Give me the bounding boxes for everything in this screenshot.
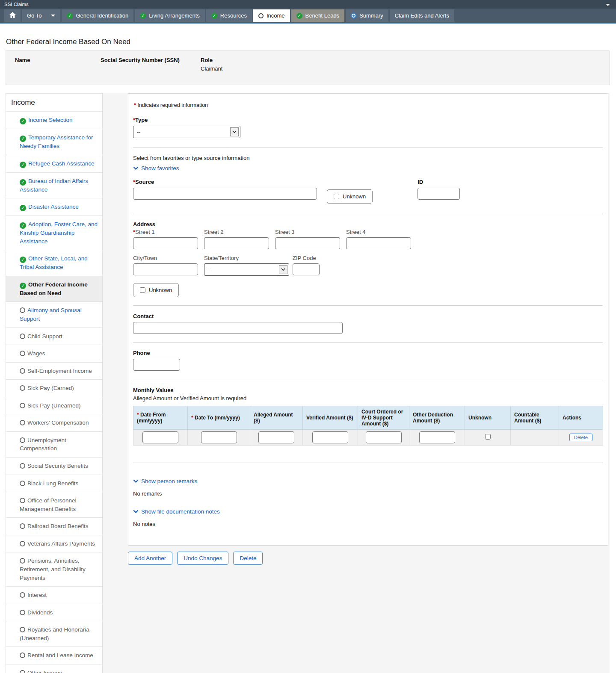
sidebar-item-dividends[interactable]: Dividends [6,604,102,621]
court-ordered-or-iv-d-support-amount-input[interactable] [366,431,402,443]
sidebar-item-bureau-of-indian-affairs-assistance[interactable]: ✓Bureau of Indian Affairs Assistance [6,172,102,198]
circle-icon [20,334,25,339]
sidebar-item-other-state-local-and-tribal-assistance[interactable]: ✓Other State, Local, and Tribal Assistan… [6,250,102,276]
required-note: * Indicates required information [134,102,603,108]
contact-input[interactable] [133,322,343,334]
check-icon: ✓ [20,118,26,124]
col-header-verified-amount: Verified Amount ($) [303,406,358,430]
street3-label: Street 3 [275,229,340,235]
chevron-down-icon [133,510,139,514]
sidebar-item-black-lung-benefits[interactable]: Black Lung Benefits [6,475,102,492]
claim-navbar: Go To ✓General Identification✓Living Arr… [0,9,616,24]
circle-icon [20,592,25,598]
sidebar-item-self-employment-income[interactable]: Self-Employment Income [6,362,102,380]
sidebar-item-railroad-board-benefits[interactable]: Railroad Board Benefits [6,517,102,535]
monthly-values-title: Monthly Values [133,387,603,393]
col-header-date-to-mm-yyyy: * Date To (mm/yyyy) [188,406,250,430]
sidebar-item-alimony-and-spousal-support[interactable]: Alimony and Spousal Support [6,301,102,327]
phone-input[interactable] [133,359,180,371]
contact-label: Contact [133,313,603,319]
delete-button[interactable]: Delete [233,552,263,565]
sidebar-item-adoption-foster-care-and-kinship-guardianship-assistance[interactable]: ✓Adoption, Foster Care, and Kinship Guar… [6,215,102,250]
show-file-notes-link[interactable]: Show file documentation notes [133,508,220,515]
cell-court-ordered-or-iv-d-support-amount [358,430,409,446]
street2-label: Street 2 [204,229,269,235]
nav-tab-resources[interactable]: ✓Resources [206,9,252,22]
select-arrow-icon [230,127,239,136]
sidebar-item-royalties-and-honoraria-unearned[interactable]: Royalties and Honoraria (Unearned) [6,621,102,646]
col-header-date-from-mm-yyyy: * Date From (mm/yyyy) [133,406,188,430]
source-unknown-group[interactable]: Unknown [327,189,373,204]
sidebar-item-unemployment-compensation[interactable]: Unemployment Compensation [6,431,102,457]
target-icon [351,13,356,18]
date-from-mm-yyyy-input[interactable] [142,431,178,443]
street4-label: Street 4 [346,229,411,235]
source-unknown-checkbox[interactable] [334,194,339,199]
sidebar-item-child-support[interactable]: Child Support [6,328,102,345]
chevron-down-icon [51,15,55,17]
sidebar-item-wages[interactable]: Wages [6,345,102,362]
id-input[interactable] [418,188,460,200]
sidebar-item-social-security-benefits[interactable]: Social Security Benefits [6,457,102,475]
sidebar-item-pensions-annuities-retirement-and-disability-payments[interactable]: Pensions, Annuities, Retirement, and Dis… [6,552,102,586]
remarks-empty-text: No remarks [133,490,603,497]
undo-changes-button[interactable]: Undo Changes [177,552,228,565]
sidebar-item-workers-compensation[interactable]: Workers' Compensation [6,414,102,431]
check-icon: ✓ [20,222,26,229]
nav-tab-benefit-leads[interactable]: ✓Benefit Leads [291,9,345,22]
nav-tab-income[interactable]: Income [253,9,290,22]
row-delete-button[interactable]: Delete [569,434,592,441]
sidebar-item-other-federal-income-based-on-need[interactable]: ✓Other Federal Income Based on Need [6,276,102,302]
nav-tab-living-arrangements[interactable]: ✓Living Arrangements [135,9,205,22]
sidebar-item-rental-and-lease-income[interactable]: Rental and Lease Income [6,646,102,664]
goto-dropdown[interactable]: Go To [22,9,60,22]
person-info-box: Name Social Security Number (SSN) Role C… [6,50,610,85]
sidebar-item-veterans-affairs-payments[interactable]: Veterans Affairs Payments [6,535,102,552]
sidebar-item-other-income[interactable]: Other Income [6,664,102,673]
sidebar-item-interest[interactable]: Interest [6,586,102,604]
check-icon: ✓ [140,13,146,19]
sidebar-item-office-of-personnel-management-benefits[interactable]: Office of Personnel Management Benefits [6,492,102,517]
alleged-amount-input[interactable] [258,431,294,443]
circle-icon [20,481,25,486]
city-input[interactable] [133,263,198,275]
nav-tab-claim-edits-and-alerts[interactable]: Claim Edits and Alerts [390,9,454,22]
other-deduction-amount-input[interactable] [419,431,455,443]
circle-icon [20,541,25,546]
check-icon: ✓ [20,136,26,142]
cell-date-from-mm-yyyy [133,430,188,446]
type-select[interactable]: -- [133,126,240,138]
zip-input[interactable] [293,263,320,275]
table-row: Delete [133,430,603,446]
home-button[interactable] [4,9,21,22]
nav-tab-general-identification[interactable]: ✓General Identification [62,9,133,22]
collapse-caret-icon[interactable] [606,2,610,7]
street1-input[interactable] [133,237,198,249]
income-sidebar: Income ✓Income Selection✓Temporary Assis… [6,93,103,673]
add-another-button[interactable]: Add Another [128,552,172,565]
sidebar-item-sick-pay-unearned[interactable]: Sick Pay (Unearned) [6,397,102,414]
sidebar-item-temporary-assistance-for-needy-families[interactable]: ✓Temporary Assistance for Needy Families [6,129,102,155]
sidebar-item-refugee-cash-assistance[interactable]: ✓Refugee Cash Assistance [6,155,102,172]
cell-countable-amount [511,430,559,446]
verified-amount-input[interactable] [312,431,348,443]
date-to-mm-yyyy-input[interactable] [201,431,237,443]
sidebar-item-income-selection[interactable]: ✓Income Selection [6,111,102,129]
check-icon: ✓ [20,162,26,168]
address-unknown-checkbox[interactable] [140,287,145,293]
sidebar-item-sick-pay-earned[interactable]: Sick Pay (Earned) [6,379,102,397]
sidebar-item-disaster-assistance[interactable]: ✓Disaster Assistance [6,198,102,215]
street2-input[interactable] [204,237,269,249]
address-unknown-group[interactable]: Unknown [133,283,179,297]
circle-icon [20,652,25,658]
state-select[interactable]: -- [204,263,289,276]
street4-input[interactable] [346,237,411,249]
street3-input[interactable] [275,237,340,249]
nav-tab-summary[interactable]: Summary [346,9,388,22]
show-favorites-link[interactable]: Show favorites [133,165,179,171]
monthly-values-subtitle: Alleged Amount or Verified Amount is req… [133,395,603,401]
show-person-remarks-link[interactable]: Show person remarks [133,478,197,484]
circle-icon [20,307,25,313]
row-unknown-checkbox[interactable] [485,434,491,440]
source-input[interactable] [133,188,317,200]
